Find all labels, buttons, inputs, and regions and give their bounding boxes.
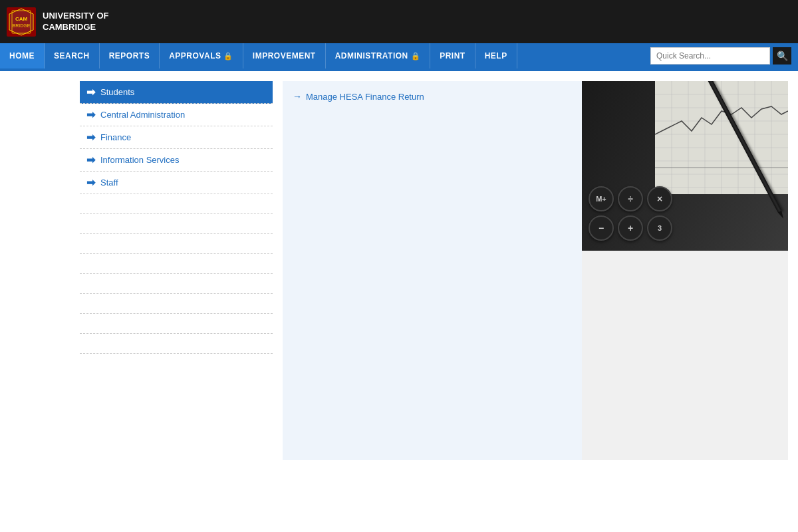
nav-reports[interactable]: REPORTS — [100, 43, 160, 68]
search-button[interactable]: 🔍 — [773, 47, 791, 65]
sidebar-item-label: Information Services — [100, 155, 180, 165]
search-area: 🔍 — [644, 43, 798, 68]
sidebar-item-label: Finance — [100, 132, 131, 142]
sidebar-empty-row — [80, 334, 273, 354]
sidebar-empty-row — [80, 234, 273, 254]
calc-key-divide: ÷ — [618, 186, 643, 211]
nav-help[interactable]: HELP — [475, 43, 517, 68]
nav-improvement[interactable]: IMPROVEMENT — [243, 43, 326, 68]
university-name: UNIVERSITY OF CAMBRIDGE — [43, 11, 108, 33]
sidebar-item-info-services[interactable]: ➡ Information Services — [80, 149, 273, 172]
arrow-right-icon: ➡ — [86, 86, 95, 98]
arrow-right-icon: ➡ — [86, 176, 95, 189]
calc-key-multiply: × — [647, 186, 672, 211]
nav-print[interactable]: PRINT — [430, 43, 475, 68]
sidebar-item-central-admin[interactable]: ➡ Central Administration — [80, 104, 273, 126]
svg-text:BRIDGE: BRIDGE — [13, 23, 31, 28]
logo-area: CAM BRIDGE UNIVERSITY OF CAMBRIDGE — [7, 7, 108, 37]
lock-icon: 🔒 — [223, 52, 233, 61]
arrow-right-icon: ➡ — [86, 108, 95, 121]
calculator-image: M+ ÷ × − + 3 — [582, 81, 788, 251]
content-right-bottom — [582, 251, 788, 460]
content-left-panel: → Manage HESA Finance Return — [283, 81, 582, 460]
sidebar-item-label: Staff — [100, 178, 118, 188]
sidebar-item-staff[interactable]: ➡ Staff — [80, 172, 273, 194]
calc-buttons: M+ ÷ × − + 3 — [589, 186, 672, 241]
content-area: → Manage HESA Finance Return — [283, 81, 788, 460]
sidebar-empty-row — [80, 254, 273, 274]
sidebar-item-finance[interactable]: ➡ Finance — [80, 126, 273, 149]
content-right-panel: M+ ÷ × − + 3 — [582, 81, 788, 460]
nav-approvals[interactable]: APPROVALS 🔒 — [160, 43, 243, 68]
sidebar-empty-row — [80, 294, 273, 314]
sidebar: ➡ Students ➡ Central Administration ➡ Fi… — [80, 81, 273, 460]
navigation-bar: HOME SEARCH REPORTS APPROVALS 🔒 IMPROVEM… — [0, 43, 798, 68]
sidebar-item-label: Central Administration — [100, 110, 185, 120]
calc-key-3: 3 — [647, 215, 672, 241]
main-content: ➡ Students ➡ Central Administration ➡ Fi… — [0, 71, 798, 470]
sidebar-empty-row — [80, 214, 273, 234]
sidebar-item-label: Students — [100, 87, 134, 97]
sidebar-empty-row — [80, 314, 273, 334]
svg-marker-1 — [9, 9, 33, 35]
cambridge-shield-icon: CAM BRIDGE — [7, 7, 36, 37]
calc-key-m+: M+ — [589, 186, 614, 211]
arrow-right-icon: ➡ — [86, 154, 95, 166]
manage-hesa-label: Manage HESA Finance Return — [306, 92, 424, 102]
link-arrow-icon: → — [293, 91, 302, 102]
calc-key-minus: − — [589, 215, 614, 241]
nav-administration[interactable]: ADMINISTRATION 🔒 — [326, 43, 430, 68]
svg-text:CAM: CAM — [15, 16, 28, 22]
sidebar-item-students[interactable]: ➡ Students — [80, 81, 273, 104]
site-header: CAM BRIDGE UNIVERSITY OF CAMBRIDGE — [0, 0, 798, 43]
nav-search[interactable]: SEARCH — [45, 43, 100, 68]
arrow-right-icon: ➡ — [86, 131, 95, 144]
quick-search-input[interactable] — [650, 47, 770, 65]
lock-icon: 🔒 — [411, 52, 421, 61]
nav-home[interactable]: HOME — [0, 43, 45, 68]
manage-hesa-link[interactable]: → Manage HESA Finance Return — [293, 91, 572, 102]
sidebar-empty-row — [80, 274, 273, 294]
calc-key-plus: + — [618, 215, 643, 241]
sidebar-empty-row — [80, 194, 273, 214]
